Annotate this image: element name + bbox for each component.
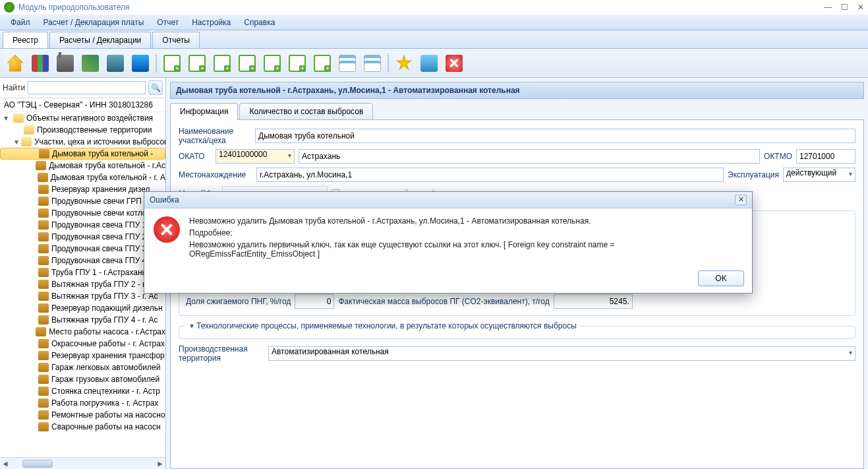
tb-pipe[interactable] — [79, 52, 101, 75]
tree-item[interactable]: Резервуар хранения дизел — [0, 183, 165, 195]
tree-item[interactable]: Продувочная свеча ГПУ 2 — [0, 231, 165, 243]
tb-factory[interactable] — [54, 52, 76, 75]
tb-save[interactable] — [418, 52, 440, 75]
tb-doc4[interactable] — [236, 52, 258, 75]
location-input[interactable] — [256, 168, 724, 182]
find-input[interactable] — [28, 81, 146, 94]
expl-select[interactable]: действующий — [783, 168, 855, 182]
tree-item[interactable]: Ремонтные работы на насосно — [0, 409, 165, 421]
okato-text[interactable] — [299, 149, 760, 164]
source-icon — [38, 256, 49, 265]
tb-sheet[interactable] — [336, 52, 359, 75]
ok-button[interactable]: OK — [698, 270, 744, 286]
oktmo-input[interactable] — [796, 149, 855, 164]
tree-item[interactable]: Вытяжная труба ГПУ 3 - г. Ас — [0, 290, 165, 302]
toolbar — [0, 49, 868, 78]
name-input[interactable] — [255, 129, 855, 143]
menu-settings[interactable]: Настройка — [185, 15, 237, 30]
tb-doc5[interactable] — [261, 52, 283, 75]
tree-item[interactable]: Продувочные свечи ГРП - — [0, 195, 165, 207]
folder-icon — [21, 137, 32, 146]
find-button[interactable]: 🔍 — [148, 80, 163, 95]
tree-item[interactable]: Дымовая труба котельной - — [0, 148, 165, 160]
tb-sheet2[interactable] — [361, 52, 384, 75]
window-controls: — ☐ ✕ — [824, 3, 864, 12]
tree-item[interactable]: Продувочная свеча ГПУ 1 — [0, 219, 165, 231]
expl-label: Эксплуатация — [728, 170, 779, 179]
source-icon — [38, 292, 49, 301]
itab-info[interactable]: Информация — [170, 103, 238, 120]
separator — [388, 54, 389, 73]
tree-root[interactable]: АО "ТЭЦ - Северная" - ИНН 3018013286 — [0, 98, 165, 112]
tb-doc3[interactable] — [211, 52, 233, 75]
scroll-right-icon[interactable]: ► — [155, 459, 165, 468]
tree-item[interactable]: Дымовая труба котельной - г. А — [0, 172, 165, 183]
close-button[interactable]: ✕ — [857, 3, 864, 12]
dialog-close-button[interactable]: ✕ — [735, 195, 747, 205]
menu-file[interactable]: Файл — [4, 15, 37, 30]
tree-item[interactable]: Работа погрузчика - г. Астрах — [0, 397, 165, 409]
tree-item[interactable]: Гараж грузовых автомобилей — [0, 373, 165, 385]
source-icon — [38, 197, 49, 206]
tree-item[interactable]: Вытяжная труба ГПУ 4 - г. Ас — [0, 314, 165, 326]
tree-item[interactable]: Стоянка спецтехники - г. Астр — [0, 385, 165, 397]
tb-doc6[interactable] — [286, 52, 308, 75]
tb-doc2[interactable] — [186, 52, 208, 75]
tree-item[interactable]: Место работы насоса - г.Астрах — [0, 326, 165, 338]
tree-item[interactable]: Труба ГПУ 1 - г.Астрахань, ул. — [0, 266, 165, 278]
tree: ▾Объекты негативного воздействия Произво… — [0, 112, 165, 457]
tree-item[interactable]: Вытяжная труба ГПУ 2 - г. Ас — [0, 278, 165, 290]
tree-item[interactable]: Продувочная свеча ГПУ 4 — [0, 255, 165, 266]
tb-barrel[interactable] — [104, 52, 127, 75]
doc-add-icon — [289, 55, 306, 72]
tree-node[interactable]: Производственные территории — [0, 124, 165, 136]
menu-help[interactable]: Справка — [237, 15, 281, 30]
mass-input[interactable] — [554, 294, 633, 309]
tb-doc1[interactable] — [161, 52, 183, 75]
tree-item[interactable]: Сварочные работы на насосн — [0, 421, 165, 433]
app-icon — [4, 2, 14, 13]
delete-icon — [446, 55, 463, 72]
separator — [156, 54, 157, 73]
tab-reports[interactable]: Отчеты — [152, 32, 199, 48]
sidebar-hscrollbar[interactable]: ◄ ► — [0, 457, 165, 469]
tree-item[interactable]: Гараж легковых автомобилей — [0, 361, 165, 373]
tb-books[interactable] — [29, 52, 51, 75]
tree-item[interactable]: Дымовая труба котельной - г.Ас — [0, 160, 165, 172]
scroll-left-icon[interactable]: ◄ — [0, 459, 11, 468]
home-icon — [7, 55, 24, 72]
source-icon — [38, 208, 49, 218]
tb-doc7[interactable] — [311, 52, 333, 75]
tab-registry[interactable]: Реестр — [3, 32, 48, 48]
collapse-icon[interactable]: ▾ — [190, 321, 194, 330]
menu-report[interactable]: Отчет — [150, 15, 185, 30]
prod-select[interactable]: Автоматизированная котельная — [268, 346, 855, 361]
source-icon — [38, 339, 49, 348]
okato-select[interactable]: 12401000000 — [216, 149, 295, 164]
tb-barrel2[interactable] — [129, 52, 152, 75]
inner-tabs: Информация Количество и состав выбросов — [170, 103, 864, 120]
tree-item[interactable]: Продувочная свеча ГПУ 3 — [0, 243, 165, 255]
tree-item[interactable]: Резервуар хранения трансфор — [0, 350, 165, 361]
pipe-icon — [82, 55, 99, 72]
tree-node[interactable]: ▾Участки, цеха и источники выбросов — [0, 136, 165, 148]
mass-label: Фактическая масса выбросов ПГ (CO2-эквив… — [338, 297, 549, 306]
minimize-button[interactable]: — — [824, 3, 832, 12]
scroll-thumb[interactable] — [22, 460, 53, 468]
tb-home[interactable] — [4, 52, 26, 75]
tab-declarations[interactable]: Расчеты / Декларации — [49, 32, 151, 48]
tb-delete[interactable] — [443, 52, 465, 75]
tb-crown[interactable] — [393, 52, 415, 75]
maximize-button[interactable]: ☐ — [841, 3, 848, 12]
tree-item[interactable]: Продувочные свечи котло — [0, 207, 165, 219]
tree-node[interactable]: ▾Объекты негативного воздействия — [0, 112, 165, 124]
save-icon — [420, 55, 438, 72]
tree-item[interactable]: Резервуар подающий дизельн — [0, 302, 165, 314]
find-label: Найти — [3, 83, 25, 92]
tree-item[interactable]: Окрасочные работы - г. Астрах — [0, 338, 165, 350]
menu-calc[interactable]: Расчет / Декларация платы — [37, 15, 151, 30]
itab-emissions[interactable]: Количество и состав выбросов — [239, 103, 373, 120]
doc-add-icon — [163, 55, 181, 72]
oktmo-label: ОКТМО — [764, 152, 792, 161]
share-input[interactable] — [295, 294, 334, 309]
